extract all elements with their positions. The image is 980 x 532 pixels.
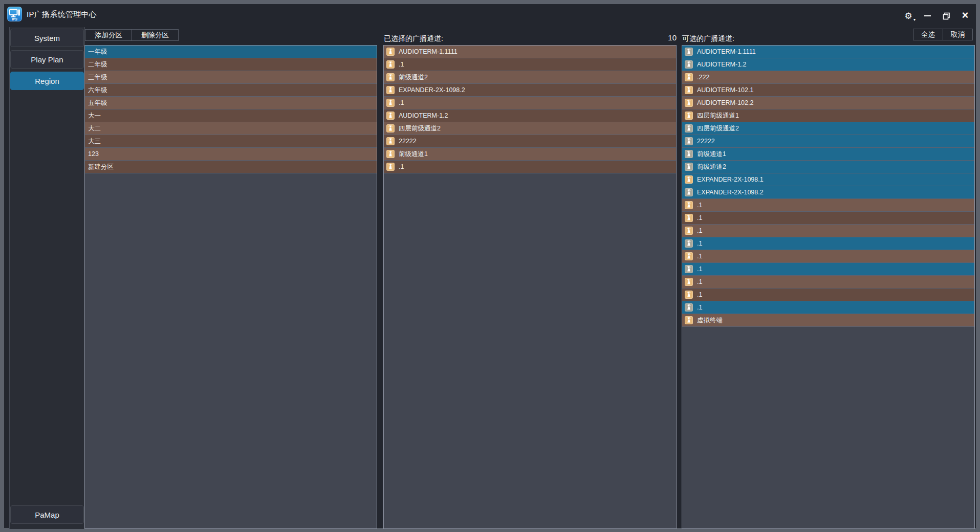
minimize-button[interactable] [922, 10, 933, 21]
row-label: .1 [399, 99, 404, 106]
channel-icon [685, 252, 693, 260]
selected-channel-row[interactable]: 前级通道2 [384, 71, 676, 84]
channel-icon [386, 112, 395, 120]
region-row[interactable]: 大一 [85, 109, 377, 122]
selected-channel-row[interactable]: 四层前级通道2 [384, 122, 676, 135]
channel-icon [685, 163, 693, 171]
available-channel-row[interactable]: 四层前级通道2 [682, 122, 974, 135]
channel-icon [685, 316, 693, 324]
channel-icon [386, 137, 395, 145]
available-channel-row[interactable]: .1 [682, 301, 974, 314]
row-label: EXPANDER-2X-1098.2 [399, 86, 465, 94]
row-label: 三年级 [85, 73, 107, 82]
region-row[interactable]: 六年级 [85, 84, 377, 97]
row-label: 大一 [85, 112, 101, 120]
region-row[interactable]: 大二 [85, 122, 377, 135]
available-channel-row[interactable]: .222 [682, 71, 974, 84]
available-channel-row[interactable]: .1 [682, 199, 974, 212]
region-row[interactable]: 123 [85, 148, 377, 161]
row-label: 虚拟终端 [697, 316, 723, 325]
add-partition-button[interactable]: 添加分区 [85, 29, 132, 41]
channel-icon [685, 291, 693, 299]
selected-channel-row[interactable]: AUDIOTERM-1.1111 [384, 46, 676, 58]
available-channel-row[interactable]: .1 [682, 225, 974, 237]
channel-icon [685, 73, 693, 81]
row-label: 前级通道2 [399, 73, 428, 82]
available-channel-row[interactable]: 四层前级通道1 [682, 109, 974, 122]
selected-channel-row[interactable]: 22222 [384, 135, 676, 148]
region-row[interactable]: 新建分区 [85, 161, 377, 173]
available-channel-row[interactable]: 虚拟终端 [682, 314, 974, 327]
channel-icon [685, 188, 693, 196]
settings-gear-icon[interactable]: ⚙ ▾ [903, 10, 914, 21]
available-channel-row[interactable]: EXPANDER-2X-1098.1 [682, 173, 974, 186]
available-channel-row[interactable]: .1 [682, 237, 974, 250]
selected-channels-list[interactable]: AUDIOTERM-1.1111.1前级通道2EXPANDER-2X-1098.… [384, 46, 676, 173]
available-channel-row[interactable]: .1 [682, 276, 974, 289]
region-row[interactable]: 一年级 [85, 46, 377, 58]
row-label: AUDIOTERM-1.1111 [697, 48, 756, 55]
selected-channels-count: 10 [384, 33, 677, 42]
available-channel-row[interactable]: 22222 [682, 135, 974, 148]
channel-icon [386, 99, 395, 107]
available-channel-row[interactable]: .1 [682, 263, 974, 276]
restore-button[interactable] [941, 10, 952, 21]
cancel-button[interactable]: 取消 [943, 29, 973, 40]
available-channel-row[interactable]: .1 [682, 250, 974, 263]
channel-icon [685, 214, 693, 222]
region-row[interactable]: 五年级 [85, 97, 377, 109]
selected-channel-row[interactable]: AUDIOTERM-1.2 [384, 109, 676, 122]
selected-channel-row[interactable]: .1 [384, 161, 676, 173]
select-all-button[interactable]: 全选 [913, 29, 943, 40]
row-label: .1 [697, 227, 702, 234]
row-label: 二年级 [85, 60, 107, 69]
region-row[interactable]: 三年级 [85, 71, 377, 84]
selected-channel-row[interactable]: 前级通道1 [384, 148, 676, 161]
channel-icon [386, 163, 395, 171]
app-logo-icon: IPS [7, 7, 22, 21]
sidebar-item-region[interactable]: Region [10, 72, 84, 90]
close-button[interactable]: × [960, 10, 971, 21]
available-channel-row[interactable]: .1 [682, 212, 974, 225]
available-channel-row[interactable]: AUDIOTERM-102.1 [682, 84, 974, 97]
channel-icon [685, 175, 693, 184]
row-label: AUDIOTERM-1.2 [697, 61, 747, 68]
available-channel-row[interactable]: .1 [682, 289, 974, 301]
app-window: IPS IP广播系统管理中心 ⚙ ▾ × Sy [0, 0, 980, 532]
title-bar: IPS IP广播系统管理中心 ⚙ ▾ × [4, 4, 976, 27]
row-label: .1 [697, 291, 702, 298]
selected-channel-row[interactable]: EXPANDER-2X-1098.2 [384, 84, 676, 97]
row-label: AUDIOTERM-1.1111 [399, 48, 458, 55]
row-label: .1 [399, 61, 404, 68]
sidebar-item-system[interactable]: System [10, 29, 84, 47]
channel-icon [386, 60, 395, 69]
row-label: 前级通道1 [697, 150, 726, 159]
selected-channel-row[interactable]: .1 [384, 97, 676, 109]
chevron-down-icon: ▾ [913, 17, 916, 22]
row-label: 六年级 [85, 86, 107, 95]
row-label: .222 [697, 74, 709, 81]
close-icon: × [962, 10, 969, 21]
available-channel-row[interactable]: 前级通道1 [682, 148, 974, 161]
delete-partition-button[interactable]: 删除分区 [132, 29, 179, 41]
row-label: AUDIOTERM-1.2 [399, 112, 448, 119]
region-row[interactable]: 大三 [85, 135, 377, 148]
region-list[interactable]: 一年级二年级三年级六年级五年级大一大二大三123新建分区 [85, 46, 377, 173]
available-channels-list[interactable]: AUDIOTERM-1.1111AUDIOTERM-1.2.222AUDIOTE… [682, 46, 974, 327]
selected-channels-panel: AUDIOTERM-1.1111.1前级通道2EXPANDER-2X-1098.… [383, 45, 677, 529]
available-channel-row[interactable]: AUDIOTERM-102.2 [682, 97, 974, 109]
sidebar-item-play-plan[interactable]: Play Plan [10, 50, 84, 69]
available-channel-row[interactable]: 前级通道2 [682, 161, 974, 173]
available-channel-row[interactable]: AUDIOTERM-1.1111 [682, 46, 974, 58]
available-channel-row[interactable]: AUDIOTERM-1.2 [682, 58, 974, 71]
row-label: .1 [697, 240, 702, 247]
row-label: 大三 [85, 137, 101, 146]
channel-icon [685, 227, 693, 235]
available-channel-row[interactable]: EXPANDER-2X-1098.2 [682, 186, 974, 199]
region-row[interactable]: 二年级 [85, 58, 377, 71]
selected-channel-row[interactable]: .1 [384, 58, 676, 71]
sidebar-item-pamap[interactable]: PaMap [10, 505, 84, 524]
channel-icon [386, 73, 395, 81]
channel-icon [685, 265, 693, 273]
row-label: AUDIOTERM-102.2 [697, 99, 753, 106]
